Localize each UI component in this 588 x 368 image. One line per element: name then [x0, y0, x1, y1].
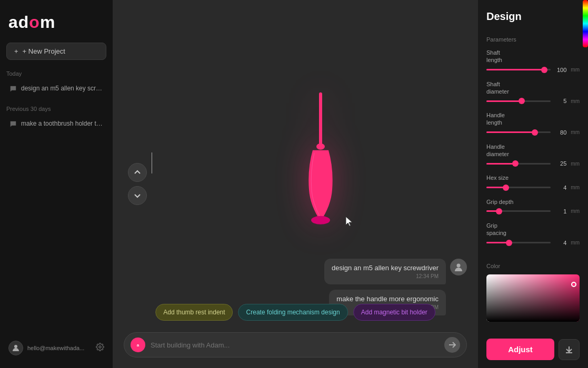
send-icon — [449, 341, 456, 349]
new-project-label: + New Project — [23, 47, 65, 55]
download-icon — [565, 345, 573, 354]
param-control-4: 4 mm — [486, 185, 580, 191]
download-button[interactable] — [559, 339, 580, 360]
params-section-label: Parameters — [486, 36, 580, 43]
slider-track-4[interactable] — [486, 187, 551, 188]
color-gradient-main — [486, 274, 580, 322]
today-section: Today design an m5 allen key screwdrive.… — [6, 70, 106, 97]
param-label-5: Grip depth — [486, 198, 580, 206]
param-unit-2: mm — [571, 129, 580, 135]
svg-point-4 — [316, 144, 325, 150]
param-value-1: 5 — [555, 98, 566, 104]
slider-track-3[interactable] — [486, 163, 551, 165]
color-picker[interactable] — [486, 274, 580, 322]
chat-icon-2 — [9, 120, 17, 128]
logo: adom — [6, 8, 106, 43]
slider-fill-0 — [486, 69, 544, 70]
slider-thumb-6 — [506, 240, 512, 246]
param-handle-length: Handlelength 80 mm — [486, 111, 580, 136]
adjust-button[interactable]: Adjust — [486, 339, 554, 360]
canvas-area[interactable]: design an m5 allen key screwdriver 12:34… — [113, 0, 477, 368]
chat-text-1: design an m5 allen key screwdriver — [332, 264, 438, 272]
param-label-2: Handlelength — [486, 111, 580, 127]
slider-thumb-5 — [496, 208, 502, 214]
new-project-button[interactable]: + + New Project — [6, 43, 106, 60]
chat-input[interactable] — [151, 341, 439, 349]
slider-track-2[interactable] — [486, 131, 551, 133]
chat-item-text-2: make a toothbrush holder that I ca... — [21, 120, 103, 127]
user-icon-1 — [454, 262, 463, 272]
nav-arrows — [128, 163, 147, 205]
main-canvas: design an m5 allen key screwdriver 12:34… — [113, 0, 477, 368]
param-grip-spacing: Gripspacing 4 mm — [486, 222, 580, 246]
vertical-line — [152, 152, 152, 173]
previous-label: Previous 30 days — [6, 106, 106, 112]
user-info: hello@makewithada... — [8, 341, 84, 355]
param-value-2: 80 — [555, 129, 566, 136]
previous-section: Previous 30 days make a toothbrush holde… — [6, 106, 106, 132]
color-cursor — [571, 282, 576, 287]
slider-thumb-2 — [532, 129, 538, 136]
chat-time-1: 12:34 PM — [332, 273, 438, 279]
send-button[interactable] — [444, 337, 460, 353]
suggestion-chip-2[interactable]: Create folding mechanism design — [238, 304, 348, 321]
arrow-down-icon — [134, 192, 141, 199]
screwdriver-model — [278, 85, 363, 265]
slider-track-5[interactable] — [486, 210, 551, 212]
slider-track-1[interactable] — [486, 100, 551, 102]
input-logo: a — [131, 338, 145, 352]
sidebar-footer: hello@makewithada... — [6, 336, 106, 360]
param-unit-6: mm — [571, 240, 580, 246]
suggestion-chip-3[interactable]: Add magnetic bit holder — [353, 304, 435, 321]
param-label-1: Shaftdiameter — [486, 80, 580, 96]
param-value-0: 100 — [555, 67, 566, 73]
user-avatar-chat-1 — [450, 259, 467, 275]
svg-point-1 — [99, 346, 101, 348]
chat-text-2: make the handle more ergonomic — [336, 295, 438, 303]
param-control-5: 1 mm — [486, 208, 580, 214]
sidebar-item-chat-1[interactable]: design an m5 allen key screwdrive... — [6, 81, 106, 96]
param-value-4: 4 — [555, 185, 566, 191]
param-grip-depth: Grip depth 1 mm — [486, 198, 580, 214]
slider-fill-4 — [486, 187, 506, 188]
user-email: hello@makewithada... — [27, 345, 84, 351]
cursor-icon — [345, 216, 355, 228]
arrow-up-icon — [134, 169, 141, 176]
chat-bubble-1: design an m5 allen key screwdriver 12:34… — [324, 259, 446, 284]
color-dark-overlay — [486, 274, 580, 322]
param-value-5: 1 — [555, 208, 566, 214]
chat-message-1: design an m5 allen key screwdriver 12:34… — [324, 259, 467, 284]
screwdriver-svg — [278, 85, 363, 263]
user-avatar — [8, 341, 23, 355]
bottom-actions: Adjust — [486, 339, 580, 360]
svg-point-0 — [14, 345, 17, 348]
plus-icon: + — [14, 47, 18, 55]
logo-dot: o — [29, 13, 40, 32]
param-shaft-diameter: Shaftdiameter 5 mm — [486, 80, 580, 105]
slider-fill-1 — [486, 100, 522, 102]
param-label-3: Handlediameter — [486, 143, 580, 158]
slider-thumb-1 — [519, 98, 525, 104]
slider-thumb-0 — [541, 67, 547, 73]
slider-fill-3 — [486, 163, 515, 165]
param-value-6: 4 — [555, 240, 566, 246]
slider-fill-2 — [486, 131, 535, 133]
svg-rect-3 — [319, 94, 322, 147]
param-unit-0: mm — [571, 67, 580, 73]
color-hue-bar[interactable] — [583, 0, 588, 47]
param-control-0: 100 mm — [486, 67, 580, 73]
slider-track-0[interactable] — [486, 69, 551, 70]
nav-up-button[interactable] — [128, 163, 147, 182]
param-label-4: Hex size — [486, 174, 580, 181]
slider-thumb-3 — [512, 160, 519, 167]
param-unit-3: mm — [571, 161, 580, 167]
nav-down-button[interactable] — [128, 186, 147, 205]
sidebar-item-chat-2[interactable]: make a toothbrush holder that I ca... — [6, 116, 106, 131]
settings-button[interactable] — [96, 343, 104, 353]
suggestion-chip-1[interactable]: Add thumb rest indent — [155, 304, 233, 321]
color-section-label: Color — [486, 263, 580, 269]
param-shaft-length: Shaftlength 100 mm — [486, 49, 580, 73]
slider-thumb-4 — [503, 185, 509, 191]
param-hex-size: Hex size 4 mm — [486, 174, 580, 190]
slider-track-6[interactable] — [486, 242, 551, 243]
